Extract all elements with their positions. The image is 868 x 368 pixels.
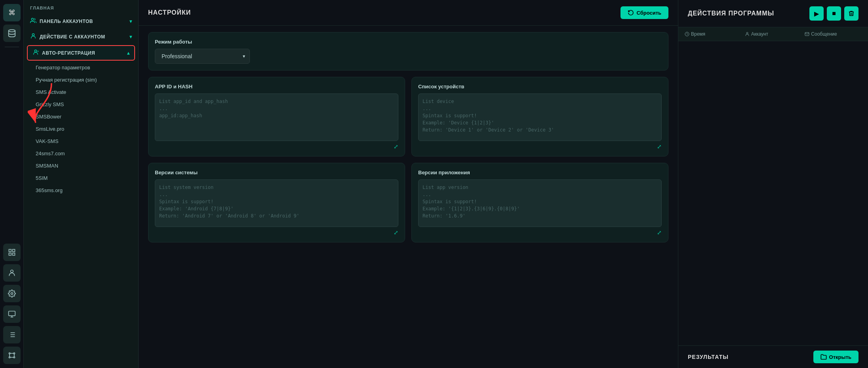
cmd-icon-btn[interactable]: ⌘ [3,4,21,21]
system-version-footer: ⤢ [155,229,398,236]
smslive-label: SmsLive.pro [36,126,64,132]
svg-rect-4 [9,253,11,256]
auto-reg-label: АВТО-РЕГИСТРАЦИЯ [42,50,95,56]
24sms7-label: 24sms7.com [36,151,65,156]
sidebar-sub-smsbower[interactable]: SMSBower [24,111,138,123]
icon-bar-bottom [3,244,21,368]
sidebar-sub-sms-activate[interactable]: SMS Activate [24,86,138,98]
display-icon-btn[interactable] [3,305,21,323]
grid-icon-btn[interactable] [3,244,21,261]
app-version-textarea[interactable] [418,179,662,227]
time-col-header: Время [685,31,742,37]
365sms-label: 365sms.org [36,187,63,193]
results-panel: РЕЗУЛЬТАТЫ Открыть [678,345,868,368]
reset-button[interactable]: Сбросить [621,6,668,19]
actions-body [678,41,868,345]
reset-label: Сбросить [636,10,661,16]
devices-expand-icon[interactable]: ⤢ [657,143,662,150]
svg-point-31 [746,32,748,34]
mode-label: Режим работы [155,39,662,45]
devices-title: Список устройств [418,84,662,90]
db-icon-btn[interactable] [3,25,21,42]
app-version-footer: ⤢ [418,229,662,236]
sidebar-sub-smsman[interactable]: SMSMAN [24,160,138,172]
system-version-title: Версии системы [155,170,398,175]
sidebar-sub-manual-reg[interactable]: Ручная регистрация (sim) [24,74,138,86]
user-icon-btn[interactable] [3,264,21,282]
account-action-icon [30,33,36,40]
settings-content: Режим работы Professional Standard Exper… [139,26,678,249]
actions-panel: ДЕЙСТВИЯ ПРОГРАММЫ ▶ ■ [678,0,868,368]
sidebar-sub-365sms[interactable]: 365sms.org [24,184,138,196]
accounts-chevron: ▾ [129,19,132,24]
nodes-icon-btn[interactable] [3,347,21,364]
sidebar-sub-24sms7[interactable]: 24sms7.com [24,147,138,160]
svg-point-7 [11,293,13,295]
svg-point-20 [13,357,15,358]
vak-sms-label: VAK-SMS [36,138,59,144]
system-version-textarea[interactable] [155,179,398,227]
list-icon-btn[interactable] [3,326,21,343]
svg-rect-2 [9,250,11,252]
app-id-card: APP ID и HASH ⤢ [148,77,405,156]
svg-point-1 [8,30,15,32]
stop-button[interactable]: ■ [827,6,841,21]
accounts-icon [30,17,36,25]
sms-activate-label: SMS Activate [36,89,66,95]
5sim-label: 5SIM [36,175,48,181]
sidebar-item-accounts-panel[interactable]: ПАНЕЛЬ АККАУНТОВ ▾ [24,13,138,29]
system-version-card: Версии системы ⤢ [148,163,405,242]
sidebar-sub-grizzly-sms[interactable]: Grizzly SMS [24,98,138,111]
app-id-footer: ⤢ [155,143,398,150]
sidebar-main-title: ГЛАВНАЯ [24,0,138,13]
app-version-card: Версии приложения ⤢ [411,163,668,242]
account-action-label: ДЕЙСТВИЕ С АККАУНТОМ [40,34,105,40]
action-buttons: ▶ ■ [809,6,858,21]
sidebar-sub-smslive[interactable]: SmsLive.pro [24,123,138,135]
main-area: НАСТРОЙКИ Сбросить Режим работы Professi… [139,0,868,368]
system-version-expand-icon[interactable]: ⤢ [394,229,398,236]
mode-card: Режим работы Professional Standard Exper… [148,32,668,71]
message-col-header: Сообщение [805,31,862,37]
sidebar-sub-vak-sms[interactable]: VAK-SMS [24,135,138,147]
mode-select-wrapper: Professional Standard Expert ▾ [155,49,250,64]
app-id-textarea[interactable] [155,93,398,141]
app-id-title: APP ID и HASH [155,84,398,90]
sidebar-item-auto-reg[interactable]: АВТО-РЕГИСТРАЦИЯ ▴ [27,45,135,61]
svg-point-27 [34,50,36,52]
svg-point-26 [32,34,34,36]
open-button[interactable]: Открыть [813,351,858,363]
settings-title: НАСТРОЙКИ [148,9,191,16]
smsman-label: SMSMAN [36,163,58,169]
play-button[interactable]: ▶ [809,6,824,21]
icon-divider [5,47,19,47]
app-id-expand-icon[interactable]: ⤢ [394,143,398,150]
app-version-expand-icon[interactable]: ⤢ [657,229,662,236]
settings-icon-btn[interactable] [3,285,21,302]
sidebar-sub-5sim[interactable]: 5SIM [24,172,138,184]
auto-reg-icon [32,49,39,57]
account-col-header: Аккаунт [745,31,802,37]
mode-select[interactable]: Professional Standard Expert [155,49,250,64]
sidebar-sub-param-gen[interactable]: Генератор параметров [24,61,138,74]
accounts-panel-label: ПАНЕЛЬ АККАУНТОВ [40,19,93,24]
content-split: НАСТРОЙКИ Сбросить Режим работы Professi… [139,0,868,368]
results-title: РЕЗУЛЬТАТЫ [688,354,729,360]
settings-panel: НАСТРОЙКИ Сбросить Режим работы Professi… [139,0,678,368]
svg-rect-3 [12,250,15,252]
svg-point-18 [13,353,15,354]
svg-rect-8 [8,311,15,316]
smsbower-label: SMSBower [36,114,61,120]
sidebar: ГЛАВНАЯ ПАНЕЛЬ АККАУНТОВ ▾ ДЕЙСТВИЕ С АК… [24,0,139,368]
icon-bar: ⌘ [0,0,24,368]
settings-header: НАСТРОЙКИ Сбросить [139,0,678,26]
trash-button[interactable] [844,6,858,21]
actions-empty-state [678,41,868,345]
devices-textarea[interactable] [418,93,662,141]
account-action-chevron: ▾ [129,34,132,40]
sidebar-item-account-action[interactable]: ДЕЙСТВИЕ С АККАУНТОМ ▾ [24,29,138,44]
svg-point-25 [31,18,33,20]
devices-footer: ⤢ [418,143,662,150]
auto-reg-chevron: ▴ [127,50,130,56]
app-version-title: Версии приложения [418,170,662,175]
